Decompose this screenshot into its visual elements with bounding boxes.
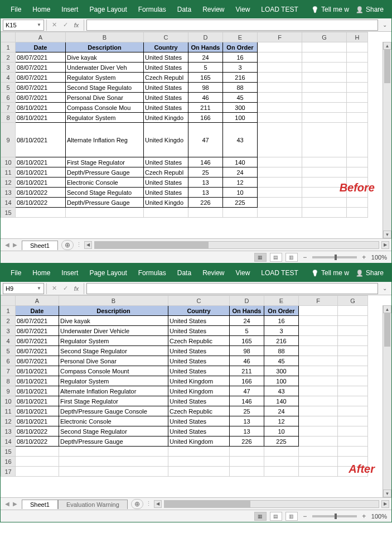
cell[interactable]: 3 bbox=[223, 63, 258, 73]
cell[interactable]: 08/10/2021 bbox=[16, 396, 59, 406]
cell[interactable] bbox=[144, 208, 188, 218]
cell[interactable]: 08/07/2021 bbox=[16, 326, 59, 336]
cell[interactable]: 13 bbox=[188, 188, 223, 198]
row-header-17[interactable]: 17 bbox=[1, 467, 16, 477]
cell[interactable] bbox=[302, 157, 347, 167]
cell[interactable]: Regulator System bbox=[59, 376, 168, 386]
cell[interactable]: 146 bbox=[230, 396, 264, 406]
cell[interactable] bbox=[302, 113, 347, 123]
cell[interactable] bbox=[347, 208, 368, 218]
cell[interactable] bbox=[338, 306, 368, 316]
cell[interactable]: 98 bbox=[230, 346, 264, 356]
cell[interactable] bbox=[302, 42, 347, 52]
cell[interactable]: 08/07/2021 bbox=[16, 83, 66, 93]
row-header-9[interactable]: 9 bbox=[1, 123, 16, 157]
name-box[interactable]: H9 ▼ bbox=[3, 283, 44, 294]
cell[interactable]: Personal Dive Sonar bbox=[59, 356, 168, 366]
row-header-13[interactable]: 13 bbox=[1, 188, 16, 198]
row-header-10[interactable]: 10 bbox=[1, 157, 16, 167]
cell[interactable] bbox=[302, 123, 347, 157]
ribbon-tab-page-layout[interactable]: Page Layout bbox=[84, 266, 132, 280]
spreadsheet-grid[interactable]: ABCDEFG1DateDescriptionCountryOn HandsOn… bbox=[1, 295, 368, 477]
zoom-level[interactable]: 100% bbox=[371, 254, 387, 261]
cell[interactable]: Underwater Diver Veh bbox=[66, 63, 144, 73]
col-header-E[interactable]: E bbox=[223, 32, 258, 42]
row-header-2[interactable]: 2 bbox=[1, 52, 16, 63]
cell[interactable] bbox=[258, 103, 302, 113]
cell[interactable] bbox=[299, 376, 338, 386]
cell[interactable]: Czech Republ bbox=[144, 167, 188, 177]
cell[interactable]: 5 bbox=[188, 63, 223, 73]
cell[interactable] bbox=[258, 52, 302, 63]
cell[interactable]: United States bbox=[144, 52, 188, 63]
cell[interactable] bbox=[16, 208, 66, 218]
cell[interactable]: 45 bbox=[264, 356, 299, 366]
ribbon-tab-insert[interactable]: Insert bbox=[56, 266, 84, 280]
cell[interactable] bbox=[16, 467, 59, 477]
ribbon-tab-home[interactable]: Home bbox=[27, 266, 56, 280]
cell[interactable] bbox=[264, 457, 299, 467]
cell[interactable] bbox=[59, 447, 168, 457]
cell[interactable]: 16 bbox=[264, 316, 299, 326]
row-header-11[interactable]: 11 bbox=[1, 406, 16, 416]
horizontal-scrollbar[interactable]: ⋮ ◀ ▶ bbox=[143, 500, 391, 508]
cell[interactable]: United Kingdo bbox=[144, 198, 188, 208]
cell[interactable]: 08/10/2021 bbox=[16, 113, 66, 123]
cell[interactable]: United States bbox=[144, 177, 188, 188]
cell[interactable]: 211 bbox=[230, 366, 264, 376]
cell[interactable]: United States bbox=[144, 93, 188, 103]
cell[interactable] bbox=[299, 356, 338, 366]
cell[interactable]: 12 bbox=[264, 416, 299, 426]
cell[interactable]: United Kingdom bbox=[168, 386, 230, 396]
ribbon-tab-view[interactable]: View bbox=[230, 266, 256, 280]
cell[interactable]: 08/10/2021 bbox=[16, 416, 59, 426]
hscroll-track[interactable] bbox=[94, 241, 379, 249]
row-header-14[interactable]: 14 bbox=[1, 198, 16, 208]
cell[interactable] bbox=[302, 63, 347, 73]
cell[interactable] bbox=[338, 376, 368, 386]
cell[interactable] bbox=[338, 356, 368, 366]
cell[interactable]: 24 bbox=[264, 406, 299, 416]
cell[interactable]: Dive kayak bbox=[59, 316, 168, 326]
cell[interactable]: 25 bbox=[188, 167, 223, 177]
select-all-cell[interactable] bbox=[1, 32, 16, 42]
cell[interactable] bbox=[16, 447, 59, 457]
cell[interactable]: 12 bbox=[223, 177, 258, 188]
cell[interactable]: First Stage Regulator bbox=[66, 157, 144, 167]
name-box[interactable]: K15 ▼ bbox=[3, 20, 44, 31]
cell[interactable] bbox=[299, 447, 338, 457]
ribbon-tab-data[interactable]: Data bbox=[172, 2, 197, 17]
cell[interactable]: 166 bbox=[230, 376, 264, 386]
sheet-tab-sheet1[interactable]: Sheet1 bbox=[22, 241, 58, 250]
row-header-7[interactable]: 7 bbox=[1, 103, 16, 113]
cell[interactable]: Czech Republ bbox=[144, 73, 188, 83]
cell[interactable] bbox=[264, 467, 299, 477]
cell[interactable]: 08/07/2021 bbox=[16, 73, 66, 83]
cell[interactable] bbox=[16, 457, 59, 467]
tell-me-button[interactable]: Tell me w bbox=[308, 2, 352, 17]
cell[interactable]: United States bbox=[144, 83, 188, 93]
cell[interactable] bbox=[299, 326, 338, 336]
cell[interactable] bbox=[338, 346, 368, 356]
col-header-B[interactable]: B bbox=[59, 296, 168, 306]
header-cell[interactable]: Description bbox=[66, 42, 144, 52]
scroll-left-icon[interactable]: ◀ bbox=[84, 241, 92, 249]
cell[interactable]: 100 bbox=[223, 113, 258, 123]
header-cell[interactable]: Description bbox=[59, 306, 168, 316]
cell[interactable] bbox=[223, 208, 258, 218]
cell[interactable]: 08/07/2021 bbox=[16, 346, 59, 356]
cell[interactable] bbox=[347, 93, 368, 103]
ribbon-tab-load-test[interactable]: LOAD TEST bbox=[255, 2, 303, 17]
cell[interactable]: United States bbox=[144, 157, 188, 167]
row-header-1[interactable]: 1 bbox=[1, 42, 16, 52]
cell[interactable] bbox=[347, 198, 368, 208]
cell[interactable] bbox=[230, 467, 264, 477]
cell[interactable]: 43 bbox=[264, 386, 299, 396]
scroll-right-icon[interactable]: ▶ bbox=[381, 500, 389, 508]
hscroll-track[interactable] bbox=[164, 500, 379, 508]
cell[interactable]: 165 bbox=[188, 73, 223, 83]
cell[interactable]: 98 bbox=[188, 83, 223, 93]
cell[interactable]: 3 bbox=[264, 326, 299, 336]
cell[interactable]: 300 bbox=[264, 366, 299, 376]
cell[interactable] bbox=[299, 406, 338, 416]
